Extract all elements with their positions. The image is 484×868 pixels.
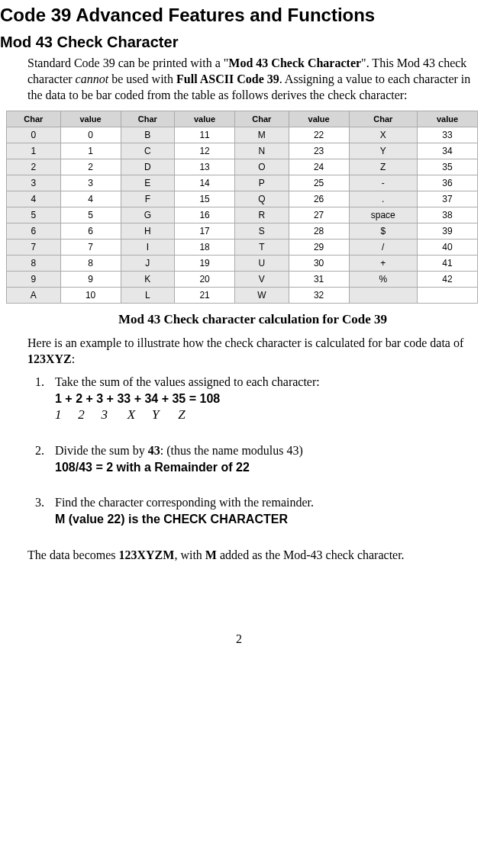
char-cell: V xyxy=(235,272,289,288)
step-2: Divide the sum by 43: (thus the name mod… xyxy=(47,444,478,474)
step-1: Take the sum of the values assigned to e… xyxy=(47,375,478,423)
char-cell: space xyxy=(349,207,417,223)
value-cell: 29 xyxy=(289,240,349,256)
value-cell: 19 xyxy=(175,256,235,272)
value-cell: 14 xyxy=(175,175,235,191)
table-caption: Mod 43 Check character calculation for C… xyxy=(27,311,478,328)
col-header: Char xyxy=(121,111,175,127)
char-cell: 4 xyxy=(7,191,61,207)
value-cell: 10 xyxy=(60,288,121,304)
col-header: value xyxy=(60,111,121,127)
value-cell: 42 xyxy=(418,272,478,288)
value-cell: 32 xyxy=(289,288,349,304)
step1-calc: 1 + 2 + 3 + 33 + 34 + 35 = 108 xyxy=(55,392,478,406)
char-cell: 1 xyxy=(7,143,61,159)
value-cell: 2 xyxy=(60,159,121,175)
char-cell: B xyxy=(121,127,175,143)
char-cell xyxy=(349,288,417,304)
char-cell: Z xyxy=(349,159,417,175)
value-cell: 39 xyxy=(418,223,478,240)
char-cell: D xyxy=(121,159,175,175)
page-title-h1: Code 39 Advanced Features and Functions xyxy=(0,5,478,26)
char-cell: R xyxy=(235,207,289,223)
table-row: 44F15Q26.37 xyxy=(7,191,478,207)
char-cell: I xyxy=(121,240,175,256)
table-row: 11C12N23Y34 xyxy=(7,143,478,159)
step3-calc: M (value 22) is the CHECK CHARACTER xyxy=(55,513,478,526)
value-cell: 15 xyxy=(175,191,235,207)
value-cell: 21 xyxy=(175,288,235,304)
value-cell: 9 xyxy=(60,272,121,288)
char-cell: . xyxy=(349,191,417,207)
char-cell: % xyxy=(349,272,417,288)
col-header: value xyxy=(289,111,349,127)
value-cell xyxy=(418,288,478,304)
char-cell: + xyxy=(349,256,417,272)
table-row: 00B11M22X33 xyxy=(7,127,478,143)
char-cell: X xyxy=(349,127,417,143)
char-cell: Y xyxy=(349,143,417,159)
value-cell: 41 xyxy=(418,256,478,272)
value-cell: 1 xyxy=(60,143,121,159)
step1-letters: 1 2 3 X Y Z xyxy=(55,407,478,423)
table-row: 22D13O24Z35 xyxy=(7,159,478,175)
table-row: 77I18T29/40 xyxy=(7,240,478,256)
char-cell: F xyxy=(121,191,175,207)
char-cell: 9 xyxy=(7,272,61,288)
value-cell: 23 xyxy=(289,143,349,159)
value-cell: 36 xyxy=(418,175,478,191)
value-cell: 20 xyxy=(175,272,235,288)
value-cell: 38 xyxy=(418,207,478,223)
value-cell: 16 xyxy=(175,207,235,223)
char-cell: E xyxy=(121,175,175,191)
char-cell: M xyxy=(235,127,289,143)
mod43-table: Char value Char value Char value Char va… xyxy=(6,111,478,304)
char-cell: 6 xyxy=(7,223,61,240)
char-cell: 2 xyxy=(7,159,61,175)
intro-paragraph: Standard Code 39 can be printed with a "… xyxy=(27,56,478,103)
step-3: Find the character corresponding with th… xyxy=(47,496,478,526)
value-cell: 11 xyxy=(175,127,235,143)
value-cell: 5 xyxy=(60,207,121,223)
value-cell: 24 xyxy=(289,159,349,175)
example-lead: Here is an example to illustrate how the… xyxy=(27,336,478,368)
value-cell: 28 xyxy=(289,223,349,240)
table-row: 66H17S28$39 xyxy=(7,223,478,240)
value-cell: 31 xyxy=(289,272,349,288)
char-cell: H xyxy=(121,223,175,240)
value-cell: 22 xyxy=(289,127,349,143)
char-cell: 0 xyxy=(7,127,61,143)
char-cell: 7 xyxy=(7,240,61,256)
steps-list: Take the sum of the values assigned to e… xyxy=(27,375,478,526)
value-cell: 37 xyxy=(418,191,478,207)
table-row: 99K20V31%42 xyxy=(7,272,478,288)
char-cell: 8 xyxy=(7,256,61,272)
value-cell: 25 xyxy=(289,175,349,191)
char-cell: S xyxy=(235,223,289,240)
value-cell: 12 xyxy=(175,143,235,159)
table-row: 33E14P25-36 xyxy=(7,175,478,191)
col-header: value xyxy=(175,111,235,127)
char-cell: P xyxy=(235,175,289,191)
char-cell: K xyxy=(121,272,175,288)
char-cell: O xyxy=(235,159,289,175)
char-cell: Q xyxy=(235,191,289,207)
char-cell: $ xyxy=(349,223,417,240)
value-cell: 7 xyxy=(60,240,121,256)
value-cell: 26 xyxy=(289,191,349,207)
value-cell: 6 xyxy=(60,223,121,240)
char-cell: C xyxy=(121,143,175,159)
value-cell: 34 xyxy=(418,143,478,159)
char-cell: A xyxy=(7,288,61,304)
char-cell: 5 xyxy=(7,207,61,223)
conclusion: The data becomes 123XYZM, with M added a… xyxy=(27,548,478,564)
char-cell: G xyxy=(121,207,175,223)
table-header-row: Char value Char value Char value Char va… xyxy=(7,111,478,127)
char-cell: U xyxy=(235,256,289,272)
char-cell: / xyxy=(349,240,417,256)
value-cell: 17 xyxy=(175,223,235,240)
table-row: 55G16R27space38 xyxy=(7,207,478,223)
value-cell: 40 xyxy=(418,240,478,256)
col-header: value xyxy=(418,111,478,127)
table-row: 88J19U30+41 xyxy=(7,256,478,272)
